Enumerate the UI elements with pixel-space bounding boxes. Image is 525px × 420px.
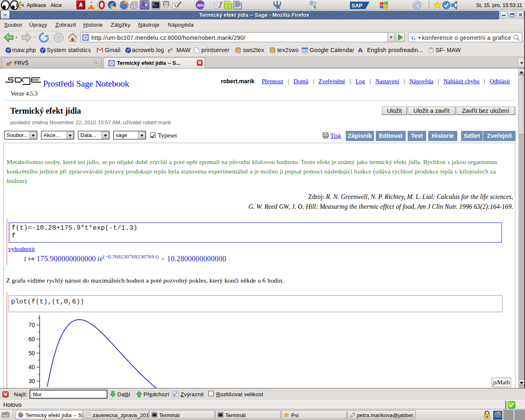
svg-text:30: 30 xyxy=(28,378,35,384)
svg-text:70: 70 xyxy=(28,322,35,328)
svg-text:40: 40 xyxy=(28,364,35,370)
svg-text:NVU: NVU xyxy=(197,3,205,7)
svg-text:SAP: SAP xyxy=(352,2,363,9)
svg-text:60: 60 xyxy=(28,336,35,342)
svg-text:AJE: AJE xyxy=(358,50,363,52)
svg-text:G: G xyxy=(411,35,415,41)
svg-text:50: 50 xyxy=(28,350,35,356)
